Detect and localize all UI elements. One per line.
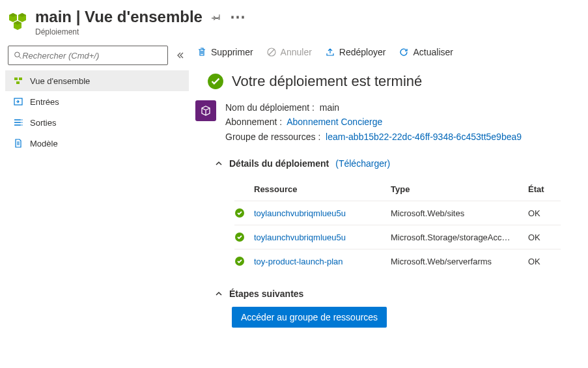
deployment-icon (8, 10, 29, 31)
resource-group-row: Groupe de ressources : leam-abb15b22-22d… (225, 130, 522, 144)
ok-icon (234, 256, 245, 266)
refresh-button[interactable]: Actualiser (399, 47, 453, 57)
search-input[interactable] (8, 46, 168, 65)
deployment-badge-icon (195, 100, 216, 121)
chevron-up-icon (215, 290, 223, 298)
sidebar-item-template[interactable]: Modèle (5, 133, 189, 154)
page-subtitle: Déploiement (35, 27, 245, 36)
svg-rect-4 (16, 81, 20, 84)
search-icon (14, 51, 22, 60)
subscription-link[interactable]: Abonnement Concierge (287, 117, 382, 127)
ok-icon (234, 232, 245, 242)
success-icon (207, 73, 224, 90)
svg-line-1 (19, 57, 21, 59)
svg-rect-3 (19, 78, 22, 80)
template-icon (13, 138, 23, 149)
table-row: toylaunchvubriqmlueu5u Microsoft.Storage… (234, 225, 561, 249)
go-to-resource-group-button[interactable]: Accéder au groupe de ressources (232, 307, 387, 328)
sidebar-item-label: Modèle (30, 139, 58, 149)
collapse-sidebar-icon[interactable] (173, 49, 186, 62)
refresh-icon (399, 47, 409, 57)
resource-link[interactable]: toylaunchvubriqmlueu5u (254, 208, 346, 218)
svg-line-7 (269, 50, 274, 55)
delete-button[interactable]: Supprimer (197, 47, 253, 57)
sidebar-item-label: Sorties (30, 118, 56, 128)
svg-rect-2 (14, 78, 18, 80)
sidebar-item-overview[interactable]: Vue d'ensemble (5, 70, 189, 91)
details-section-toggle[interactable]: Détails du déploiement (Télécharger) (215, 158, 580, 169)
table-row: toy-product-launch-plan Microsoft.Web/se… (234, 249, 561, 273)
svg-point-0 (15, 52, 20, 57)
chevron-up-icon (215, 160, 223, 167)
download-link[interactable]: (Télécharger) (335, 158, 390, 169)
redeploy-button[interactable]: Redéployer (325, 47, 386, 57)
cancel-button: Annuler (266, 47, 312, 57)
table-row: toylaunchvubriqmlueu5u Microsoft.Web/sit… (234, 201, 561, 225)
resource-link[interactable]: toylaunchvubriqmlueu5u (254, 233, 346, 242)
resource-link[interactable]: toy-product-launch-plan (254, 257, 343, 266)
cancel-icon (266, 47, 277, 57)
table-header: Ressource Type État (234, 178, 561, 201)
sidebar-item-outputs[interactable]: Sorties (5, 112, 189, 133)
overview-icon (13, 76, 23, 86)
more-icon[interactable]: ⋯ (230, 8, 245, 26)
sidebar-item-label: Entrées (30, 97, 59, 107)
inputs-icon (13, 96, 23, 107)
pin-icon[interactable] (212, 12, 221, 21)
resource-group-link[interactable]: leam-abb15b22-22dc-46ff-9348-6c453tt5e9b… (326, 132, 522, 142)
status-title: Votre déploiement est terminé (232, 73, 422, 90)
outputs-icon (13, 117, 23, 128)
trash-icon (197, 47, 207, 57)
upload-icon (325, 47, 335, 57)
subscription-row: Abonnement : Abonnement Concierge (225, 115, 522, 129)
deployment-name-row: Nom du déploiement : main (225, 100, 522, 115)
ok-icon (234, 208, 245, 218)
next-steps-toggle[interactable]: Étapes suivantes (215, 289, 580, 299)
sidebar-item-label: Vue d'ensemble (30, 76, 90, 86)
sidebar-item-inputs[interactable]: Entrées (5, 91, 189, 112)
page-title: main | Vue d'ensemble ⋯ (35, 8, 245, 26)
